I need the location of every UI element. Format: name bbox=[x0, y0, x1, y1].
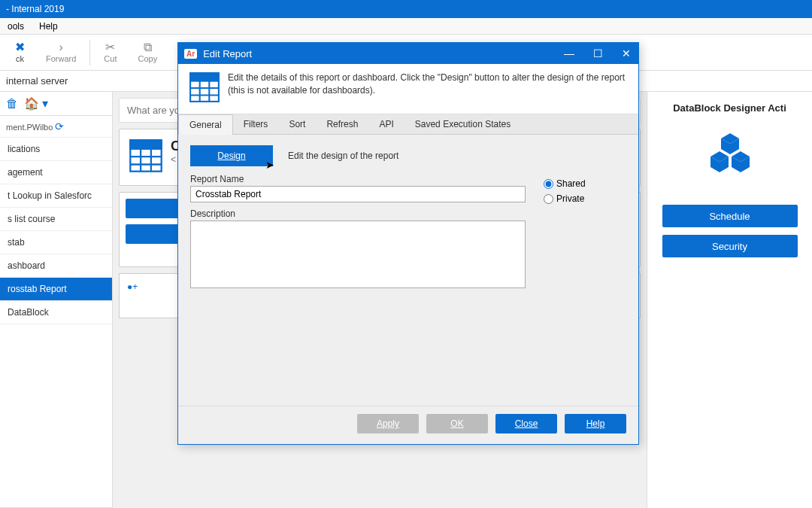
forward-button[interactable]: › Forward bbox=[35, 41, 86, 63]
tab-saved-execution-states[interactable]: Saved Execution States bbox=[404, 114, 521, 134]
dialog-body: Design ➤ Edit the design of the report R… bbox=[178, 135, 638, 406]
trash-icon[interactable]: 🗑 bbox=[6, 97, 18, 111]
design-description: Edit the design of the report bbox=[288, 151, 398, 161]
right-panel-title: DataBlock Designer Acti bbox=[673, 102, 786, 114]
title-text: - Internal 2019 bbox=[6, 4, 64, 14]
shared-label: Shared bbox=[556, 178, 586, 189]
menu-tools[interactable]: ools bbox=[0, 21, 32, 32]
tab-sort[interactable]: Sort bbox=[278, 114, 316, 134]
security-button[interactable]: Security bbox=[662, 235, 798, 257]
nav-item[interactable]: DataBlock bbox=[0, 301, 112, 324]
nav-item[interactable]: ashboard bbox=[0, 254, 112, 278]
shared-radio[interactable] bbox=[544, 179, 553, 189]
main-window-titlebar: - Internal 2019 bbox=[0, 0, 812, 18]
add-indicator[interactable]: ●+ bbox=[127, 281, 138, 292]
private-radio[interactable] bbox=[544, 194, 553, 204]
svg-rect-15 bbox=[190, 73, 219, 81]
nav-item[interactable]: rosstab Report bbox=[0, 278, 112, 301]
datablock-icon bbox=[707, 133, 753, 178]
back-icon: ✖ bbox=[15, 41, 25, 53]
design-button[interactable]: Design ➤ bbox=[190, 145, 273, 166]
report-name-label: Report Name bbox=[190, 174, 526, 184]
description-label: Description bbox=[190, 208, 526, 219]
cut-icon: ✂ bbox=[105, 41, 115, 53]
cut-button[interactable]: ✂ Cut bbox=[93, 41, 127, 63]
refresh-icon[interactable]: ⟳ bbox=[55, 120, 64, 132]
dialog-title: Edit Report bbox=[203, 48, 252, 59]
apply-button: Apply bbox=[357, 414, 419, 433]
copy-button[interactable]: ⧉ Copy bbox=[127, 41, 168, 63]
dialog-header: Edit the details of this report or dashb… bbox=[178, 64, 638, 114]
close-button[interactable]: Close bbox=[495, 414, 557, 433]
ok-button: OK bbox=[426, 414, 488, 433]
dialog-description: Edit the details of this report or dashb… bbox=[228, 71, 628, 106]
maximize-icon[interactable]: ☐ bbox=[592, 47, 604, 59]
dialog-grid-icon bbox=[189, 71, 220, 106]
tab-filters[interactable]: Filters bbox=[233, 114, 279, 134]
menu-help[interactable]: Help bbox=[32, 21, 65, 32]
home-icon[interactable]: 🏠 ▾ bbox=[24, 96, 48, 111]
schedule-button[interactable]: Schedule bbox=[662, 205, 798, 227]
dialog-footer: Apply OK Close Help bbox=[178, 406, 638, 444]
nav-item[interactable]: s list course bbox=[0, 208, 112, 231]
server-label: internal server bbox=[6, 75, 68, 87]
close-icon[interactable]: ✕ bbox=[620, 47, 632, 59]
nav-item[interactable]: agement bbox=[0, 161, 112, 184]
back-button[interactable]: ✖ ck bbox=[5, 41, 35, 63]
report-grid-icon bbox=[129, 138, 163, 176]
help-button[interactable]: Help bbox=[565, 414, 626, 433]
private-label: Private bbox=[556, 193, 584, 204]
right-actions-panel: DataBlock Designer Acti Schedule Securit… bbox=[647, 92, 812, 508]
tab-api[interactable]: API bbox=[368, 114, 404, 134]
edit-report-dialog: Ar Edit Report — ☐ ✕ Edit the details of… bbox=[177, 42, 639, 445]
mouse-cursor-icon: ➤ bbox=[265, 159, 274, 171]
dialog-tabs: GeneralFiltersSortRefreshAPISaved Execut… bbox=[178, 114, 638, 135]
nav-item[interactable]: stab bbox=[0, 231, 112, 254]
tab-general[interactable]: General bbox=[178, 114, 233, 135]
svg-rect-0 bbox=[130, 140, 161, 149]
dialog-titlebar[interactable]: Ar Edit Report — ☐ ✕ bbox=[178, 43, 638, 64]
app-badge: Ar bbox=[184, 49, 197, 59]
report-name-input[interactable] bbox=[190, 186, 526, 202]
nav-path: ment.PWilbo ⟳ bbox=[0, 116, 112, 138]
toolbar-separator bbox=[89, 40, 90, 65]
left-navigation: 🗑 🏠 ▾ ment.PWilbo ⟳ licationsagementt Lo… bbox=[0, 92, 113, 508]
minimize-icon[interactable]: — bbox=[563, 47, 575, 59]
menu-bar: ools Help bbox=[0, 18, 812, 35]
description-textarea[interactable] bbox=[190, 221, 526, 288]
nav-item[interactable]: t Lookup in Salesforc bbox=[0, 184, 112, 208]
tab-refresh[interactable]: Refresh bbox=[316, 114, 368, 134]
forward-icon: › bbox=[59, 41, 63, 53]
copy-icon: ⧉ bbox=[144, 41, 152, 53]
nav-item[interactable]: lications bbox=[0, 138, 112, 161]
